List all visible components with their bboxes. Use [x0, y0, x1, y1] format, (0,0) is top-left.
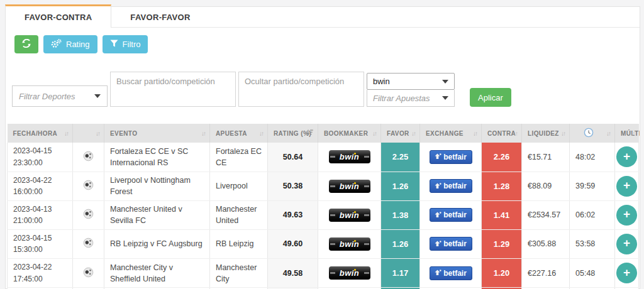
tab-favor-favor[interactable]: FAVOR-FAVOR [111, 7, 209, 27]
bwin-logo[interactable]: bwin [329, 150, 370, 163]
col-header-multi[interactable]: MÚLTI↓↑ [615, 124, 639, 143]
add-multi-button[interactable]: + [616, 205, 637, 226]
bookmaker-cell: bwin [318, 200, 381, 229]
select-stack: bwin Filtrar Apuestas [367, 73, 455, 107]
add-multi-button[interactable]: + [616, 263, 637, 283]
soccer-icon [83, 237, 94, 248]
col-header-sport[interactable]: ↓↑ [73, 124, 104, 143]
col-header-bookmaker[interactable]: BOOKMAKER↓↑ [318, 124, 381, 143]
bwin-logo[interactable]: bwin [329, 266, 370, 280]
bets-filter-select[interactable]: Filtrar Apuestas [367, 90, 455, 107]
betfair-logo[interactable]: betfair [430, 150, 472, 164]
panel-body: Rating Filtro Filtrar Deportes [6, 28, 640, 289]
col-header-apuesta[interactable]: APUESTA↓↑ [210, 124, 268, 143]
sport-cell [73, 200, 104, 229]
rating-cell: 49.60 [268, 229, 318, 258]
tab-favor-contra[interactable]: FAVOR-CONTRA [5, 4, 111, 28]
liquidity-cell: €227.16 [522, 259, 570, 288]
rating-button-label: Rating [66, 40, 90, 49]
liquidity-cell: €2534.57 [522, 200, 570, 229]
bwin-logo[interactable]: bwin [329, 180, 370, 193]
col-header-contra[interactable]: CONTRA↓↑ [482, 124, 522, 143]
add-multi-button[interactable]: + [616, 176, 637, 197]
soccer-icon [83, 267, 94, 278]
filtro-button[interactable]: Filtro [103, 35, 148, 53]
sports-filter-select[interactable]: Filtrar Deportes [12, 85, 108, 107]
sport-cell [73, 229, 104, 258]
exchange-cell: betfair [420, 259, 482, 288]
bet-cell: Liverpool [210, 172, 268, 200]
table-row: 2023-04-1523:30:00 Fortaleza EC CE v SC … [8, 143, 639, 172]
col-header-countdown[interactable]: ↓↑ [570, 124, 615, 143]
table-header-row: FECHA/HORA↓↑ ↓↑ EVENTO↓↑ APUESTA↓↑ RATIN… [8, 124, 639, 143]
betfair-logo[interactable]: betfair [430, 208, 472, 222]
refresh-icon [22, 39, 31, 50]
favor-odds-cell: 2.25 [381, 143, 420, 172]
exchange-cell: betfair [420, 143, 482, 172]
bookmaker-cell: bwin [318, 172, 381, 200]
bwin-logo[interactable]: bwin [329, 237, 370, 251]
favor-odds: 1.17 [381, 259, 419, 287]
favor-odds-cell: 1.26 [381, 172, 420, 200]
betfair-logo[interactable]: betfair [430, 179, 472, 193]
add-multi-button[interactable]: + [616, 234, 637, 254]
col-header-favor[interactable]: FAVOR↓↑ [381, 124, 420, 143]
plus-icon: + [623, 150, 630, 163]
bookmaker-cell: bwin [318, 259, 381, 288]
betfair-logo[interactable]: betfair [430, 237, 472, 251]
exchange-cell: betfair [420, 229, 482, 258]
col-header-liquidez[interactable]: LIQUIDEZ↓↑ [522, 124, 570, 143]
date-cell: 2023-04-2216:00:00 [8, 172, 73, 200]
favor-odds-cell: 1.17 [381, 259, 420, 288]
betfair-logo[interactable]: betfair [430, 266, 472, 280]
exclude-match-input[interactable] [238, 72, 364, 107]
contra-odds: 1.29 [482, 230, 521, 258]
table-row: 2023-04-2216:00:00 Liverpool v Nottingha… [8, 172, 639, 200]
bet-cell: Fortaleza EC CE [210, 143, 268, 172]
multi-cell: + [615, 172, 639, 200]
bets-filter-placeholder: Filtrar Apuestas [373, 94, 430, 103]
date-cell: 2023-04-1321:00:00 [8, 200, 73, 229]
plus-icon: + [623, 266, 630, 280]
bookmaker-select[interactable]: bwin [367, 73, 455, 90]
favor-odds-cell: 1.26 [381, 229, 420, 258]
col-header-exchange[interactable]: EXCHANGE↓↑ [420, 124, 482, 143]
apply-button[interactable]: Aplicar [470, 88, 511, 107]
col-header-rating[interactable]: RATING (%) [268, 124, 318, 143]
col-header-fecha[interactable]: FECHA/HORA↓↑ [8, 124, 73, 143]
search-match-input[interactable] [110, 72, 236, 107]
contra-odds-cell: 1.29 [482, 229, 522, 258]
betfair-arrow-icon [435, 241, 441, 248]
results-table: FECHA/HORA↓↑ ↓↑ EVENTO↓↑ APUESTA↓↑ RATIN… [7, 124, 639, 289]
betfair-arrow-icon [435, 270, 441, 276]
bet-cell: RB Leipzig [210, 229, 268, 258]
liquidity-cell: €88.09 [522, 172, 570, 200]
apply-button-label: Aplicar [478, 93, 503, 102]
exchange-cell: betfair [420, 172, 482, 200]
contra-odds-cell: 1.41 [482, 200, 522, 229]
filters-bar: Filtrar Deportes bwin Filtrar Apuestas A… [6, 72, 640, 107]
rating-button[interactable]: Rating [43, 35, 97, 53]
contra-odds-cell: 1.28 [482, 172, 522, 200]
contra-odds-cell: 1.20 [482, 259, 522, 288]
chevron-down-icon [442, 80, 448, 84]
liquidity-cell: €305.88 [522, 229, 570, 258]
event-cell: Fortaleza EC CE v SC Internacional RS [104, 143, 210, 172]
sport-cell [73, 172, 104, 200]
apply-wrap: Aplicar [470, 88, 511, 107]
soccer-icon [83, 209, 94, 219]
countdown-cell: 39:59 [570, 172, 615, 200]
add-multi-button[interactable]: + [616, 146, 637, 167]
chevron-down-icon [94, 94, 101, 98]
filter-icon [110, 40, 118, 50]
date-cell: 2023-04-1523:30:00 [8, 143, 73, 172]
table-row: 2023-04-1321:00:00 Manchester United v S… [8, 200, 639, 229]
betfair-arrow-icon [435, 153, 441, 160]
col-header-evento[interactable]: EVENTO↓↑ [104, 124, 210, 143]
multi-cell: + [615, 200, 639, 229]
event-cell: Liverpool v Nottingham Forest [104, 172, 210, 200]
sort-amount-icon [306, 129, 314, 138]
gears-icon [51, 39, 62, 50]
bwin-logo[interactable]: bwin [329, 209, 370, 222]
refresh-button[interactable] [14, 35, 38, 53]
